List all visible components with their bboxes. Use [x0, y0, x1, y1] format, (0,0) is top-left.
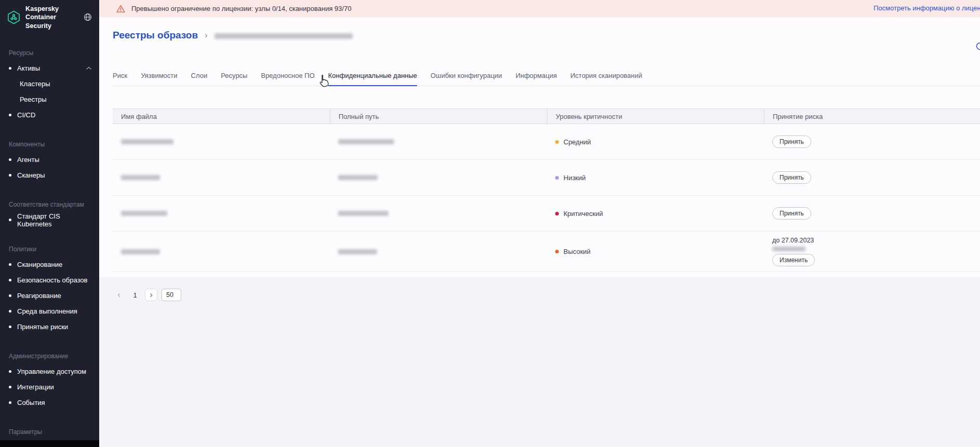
- main-area: Превышено ограничение по лицензии: узлы …: [99, 0, 980, 447]
- bullet-icon: [9, 310, 11, 313]
- breadcrumb-chevron-icon: ›: [205, 30, 208, 40]
- file-name-redacted: [121, 175, 160, 180]
- severity-dot-high: [555, 250, 559, 253]
- sidebar-item-events[interactable]: События: [0, 395, 99, 411]
- sidebar-item-runtime[interactable]: Среда выполнения: [0, 304, 99, 319]
- sidebar-item-scanning[interactable]: Сканирование: [0, 257, 99, 273]
- full-path-redacted: [338, 175, 378, 180]
- table-row[interactable]: Высокий до 27.09.2023 Изменить: [113, 232, 980, 272]
- refresh-icon[interactable]: [975, 42, 980, 51]
- breadcrumb-root-link[interactable]: Реестры образов: [113, 30, 198, 41]
- warning-triangle-icon: [116, 5, 125, 13]
- license-warning-banner: Превышено ограничение по лицензии: узлы …: [99, 0, 980, 17]
- column-header-severity: Уровень критичности: [547, 109, 764, 124]
- file-name-redacted: [121, 211, 167, 216]
- chevron-up-icon: [86, 66, 92, 70]
- full-path-redacted: [338, 211, 388, 216]
- tab-config-errors[interactable]: Ошибки конфигурации: [431, 72, 502, 86]
- sidebar: Kaspersky Container Security Ресурсы Акт…: [0, 0, 99, 440]
- sidebar-item-access-management[interactable]: Управление доступом: [0, 364, 99, 380]
- bullet-icon: [9, 294, 11, 297]
- bullet-icon: [9, 386, 11, 388]
- language-globe-icon[interactable]: [84, 13, 92, 21]
- tab-scan-history[interactable]: История сканирований: [570, 72, 642, 86]
- license-warning-text: Превышено ограничение по лицензии: узлы …: [131, 5, 352, 12]
- nav-section-compliance: Соответствие стандартам: [0, 197, 99, 212]
- nav-section-administration: Администрирование: [0, 348, 99, 364]
- accept-risk-button[interactable]: Принять: [772, 171, 811, 184]
- license-info-link[interactable]: Посмотреть информацию о лицензии: [874, 4, 980, 12]
- page-size-select[interactable]: 50: [162, 289, 181, 301]
- bullet-icon: [9, 279, 11, 281]
- bullet-icon: [9, 370, 11, 373]
- tab-risk[interactable]: Риск: [113, 72, 127, 86]
- tab-vulnerabilities[interactable]: Уязвимости: [141, 72, 177, 86]
- table-row[interactable]: Критический Принять: [113, 196, 980, 232]
- bullet-icon: [9, 263, 11, 266]
- sidebar-item-image-security[interactable]: Безопасность образов: [0, 273, 99, 288]
- full-path-redacted: [338, 139, 394, 144]
- pagination-next-icon[interactable]: ›: [145, 289, 157, 301]
- app-title: Kaspersky Container Security: [25, 5, 84, 30]
- bullet-icon: [9, 401, 11, 404]
- sidebar-bottom-strip: [0, 440, 99, 447]
- sidebar-nav: Ресурсы Активы Кластеры Реестры CI/CD Ко…: [0, 35, 99, 447]
- severity-label: Низкий: [563, 174, 586, 182]
- column-header-risk-acceptance: Принятие риска: [764, 109, 980, 124]
- risk-accepted-until: до 27.09.2023: [772, 237, 814, 244]
- content-card: Реестры образов › Риск Уязвимости Слои Р…: [99, 17, 980, 277]
- sidebar-item-accepted-risks[interactable]: Принятые риски: [0, 319, 99, 335]
- sidebar-item-agents[interactable]: Агенты: [0, 152, 99, 168]
- bullet-icon: [9, 114, 11, 116]
- pagination-prev-icon[interactable]: ‹: [113, 289, 125, 301]
- severity-dot-critical: [555, 212, 559, 215]
- severity-dot-medium: [555, 140, 559, 144]
- table-row[interactable]: Средний Принять: [113, 124, 980, 160]
- full-path-redacted: [338, 249, 377, 254]
- mouse-cursor: [317, 74, 329, 88]
- registry-name-redacted: [214, 33, 353, 39]
- nav-section-parameters: Параметры: [0, 424, 99, 440]
- kaspersky-logo-icon: [7, 10, 21, 24]
- severity-label: Средний: [563, 138, 591, 146]
- severity-dot-low: [555, 176, 559, 180]
- tab-sensitive-data[interactable]: Конфиденциальные данные: [328, 72, 417, 86]
- accept-risk-button[interactable]: Принять: [772, 136, 811, 148]
- sidebar-item-assets[interactable]: Активы: [0, 61, 99, 76]
- tab-information[interactable]: Информация: [516, 72, 557, 86]
- bullet-icon: [9, 158, 11, 161]
- sensitive-data-table: Имя файла Полный путь Уровень критичност…: [113, 109, 980, 272]
- tab-malware[interactable]: Вредоносное ПО: [261, 72, 314, 86]
- sidebar-item-cis-standard[interactable]: Стандарт CIS Kubernetes: [0, 212, 99, 228]
- tab-resources[interactable]: Ресурсы: [221, 72, 247, 86]
- edit-risk-button[interactable]: Изменить: [772, 254, 815, 266]
- sidebar-item-integrations[interactable]: Интеграции: [0, 380, 99, 395]
- accept-risk-button[interactable]: Принять: [772, 207, 811, 220]
- table-row[interactable]: Низкий Принять: [113, 160, 980, 196]
- pagination-current-page[interactable]: 1: [129, 291, 141, 299]
- column-header-file-name: Имя файла: [113, 109, 330, 124]
- table-header-row: Имя файла Полный путь Уровень критичност…: [113, 109, 980, 124]
- sidebar-item-registries[interactable]: Реестры: [0, 92, 99, 107]
- nav-section-components: Компоненты: [0, 137, 99, 152]
- nav-section-resources: Ресурсы: [0, 45, 99, 61]
- bullet-icon: [9, 67, 11, 70]
- severity-label: Критический: [563, 210, 603, 218]
- nav-section-policies: Политики: [0, 241, 99, 257]
- sidebar-item-clusters[interactable]: Кластеры: [0, 76, 99, 92]
- bullet-icon: [9, 219, 11, 221]
- app-brand: Kaspersky Container Security: [0, 0, 99, 35]
- risk-acceptor-redacted: [772, 247, 806, 251]
- file-name-redacted: [121, 139, 173, 144]
- sidebar-item-response[interactable]: Реагирование: [0, 288, 99, 304]
- bullet-icon: [9, 326, 11, 328]
- bullet-icon: [9, 174, 11, 177]
- sidebar-item-scanners[interactable]: Сканеры: [0, 168, 99, 183]
- sidebar-item-cicd[interactable]: CI/CD: [0, 107, 99, 123]
- tab-bar: Риск Уязвимости Слои Ресурсы Вредоносное…: [113, 72, 980, 86]
- tab-layers[interactable]: Слои: [191, 72, 208, 86]
- column-header-full-path: Полный путь: [330, 109, 547, 124]
- breadcrumb: Реестры образов ›: [113, 17, 980, 42]
- pagination: ‹ 1 › 50: [113, 289, 980, 301]
- file-name-redacted: [121, 249, 160, 254]
